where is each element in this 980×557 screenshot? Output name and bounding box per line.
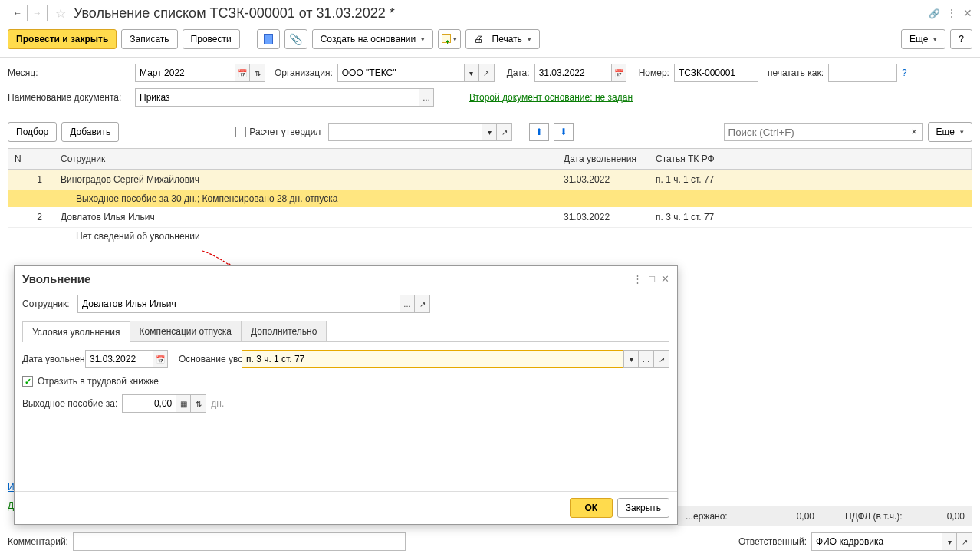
print-as-help-link[interactable]: ?: [902, 68, 907, 78]
add-button[interactable]: Добавить: [61, 122, 119, 142]
reflect-workbook-label: Отразить в трудовой книжке: [38, 376, 159, 387]
search-input[interactable]: [724, 123, 906, 141]
totals-bar: ...ержано: 0,00 НДФЛ (в т.ч.): 0,00: [678, 506, 972, 526]
more-button[interactable]: Еще: [901, 29, 945, 49]
month-label: Месяц:: [8, 68, 130, 78]
table-header: N Сотрудник Дата увольнения Статья ТК РФ: [8, 149, 972, 170]
org-dropdown-icon[interactable]: ▾: [464, 64, 479, 82]
dialog-basis-label: Основание увольнения:: [179, 354, 237, 364]
second-basis-link[interactable]: Второй документ основание: не задан: [469, 92, 633, 103]
sub-toolbar: Подбор Добавить Расчет утвердил ▾ ↗ ⬆ ⬇ …: [0, 119, 980, 148]
approver-open-icon[interactable]: ↗: [497, 123, 512, 141]
move-down-button[interactable]: ⬇: [554, 123, 574, 141]
severance-input[interactable]: [122, 394, 176, 413]
doc-name-picker-icon[interactable]: …: [419, 88, 434, 107]
dialog-date-input[interactable]: [85, 350, 153, 368]
calc-approver-input[interactable]: [328, 123, 482, 141]
severance-unit: дн.: [211, 398, 224, 409]
favorite-star-icon[interactable]: ☆: [55, 6, 66, 21]
severance-calc-icon[interactable]: ▦: [176, 394, 191, 413]
col-article[interactable]: Статья ТК РФ: [649, 149, 972, 169]
move-up-button[interactable]: ⬆: [529, 123, 549, 141]
date-input[interactable]: [534, 64, 611, 82]
month-stepper[interactable]: ⇅: [250, 64, 265, 82]
attachment-icon-button[interactable]: 📎: [284, 29, 307, 49]
month-input[interactable]: [135, 64, 235, 82]
dialog-basis-dropdown-icon[interactable]: ▾: [623, 350, 639, 368]
dialog-close-icon[interactable]: ✕: [661, 273, 669, 285]
dialog-ok-button[interactable]: ОК: [570, 498, 613, 518]
window-titlebar: ← → ☆ Увольнение списком ТСЗК-000001 от …: [0, 0, 980, 26]
dialog-emp-open-icon[interactable]: ↗: [415, 295, 430, 313]
comment-input[interactable]: [73, 532, 406, 551]
detail-error-text: Нет сведений об увольнении: [76, 231, 200, 242]
dialog-emp-label: Сотрудник:: [22, 298, 73, 309]
calc-approved-checkbox[interactable]: [235, 127, 246, 137]
org-input[interactable]: [337, 64, 464, 82]
search-clear-icon[interactable]: ×: [906, 123, 923, 141]
comment-label: Комментарий:: [8, 536, 68, 547]
dialog-date-calendar-icon[interactable]: [153, 350, 168, 368]
nav-forward-button[interactable]: →: [28, 5, 48, 21]
table-more-button[interactable]: Еще: [928, 122, 972, 142]
print-as-input[interactable]: [828, 64, 897, 82]
severance-stepper-icon[interactable]: ⇅: [191, 394, 206, 413]
responsible-dropdown-icon[interactable]: ▾: [942, 532, 957, 551]
col-date[interactable]: Дата увольнения: [557, 149, 649, 169]
dialog-basis-open-icon[interactable]: ↗: [654, 350, 669, 368]
reflect-workbook-checkbox[interactable]: [22, 376, 33, 387]
post-and-close-button[interactable]: Провести и закрыть: [8, 29, 117, 49]
number-input[interactable]: [674, 64, 758, 82]
dialog-emp-input[interactable]: [77, 295, 400, 313]
org-open-icon[interactable]: ↗: [479, 64, 495, 82]
cell-n: 2: [8, 207, 54, 227]
date-calendar-icon[interactable]: [611, 64, 626, 82]
header-form: Месяц: ⇅ Организация: ▾ ↗ Дата: Номер: п…: [0, 58, 980, 119]
dialog-emp-picker-icon[interactable]: …: [400, 295, 415, 313]
link-icon[interactable]: [929, 7, 940, 19]
create-on-basis-button[interactable]: Создать на основании: [312, 29, 434, 49]
copy-plus-button[interactable]: [438, 29, 461, 49]
cell-n: 1: [8, 170, 54, 190]
post-button[interactable]: Провести: [183, 29, 240, 49]
dialog-close-button[interactable]: Закрыть: [617, 498, 669, 518]
kebab-menu-icon[interactable]: ⋮: [946, 7, 957, 19]
detail-text: Выходное пособие за 30 дн.; Компенсирова…: [70, 190, 344, 207]
col-n[interactable]: N: [8, 149, 54, 169]
select-button[interactable]: Подбор: [8, 122, 57, 142]
main-toolbar: Провести и закрыть Записать Провести 📎 С…: [0, 26, 980, 58]
print-as-label: печатать как:: [768, 68, 824, 78]
nav-back-button[interactable]: ←: [8, 5, 28, 21]
dialog-basis-input[interactable]: [242, 350, 623, 368]
responsible-open-icon[interactable]: ↗: [957, 532, 972, 551]
dialog-title: Увольнение: [22, 272, 633, 285]
dialog-maximize-icon[interactable]: □: [649, 273, 655, 285]
doc-name-input[interactable]: [135, 88, 419, 107]
footer-bar: Комментарий: Ответственный: ▾ ↗: [0, 526, 980, 557]
save-button[interactable]: Записать: [121, 29, 177, 49]
responsible-input[interactable]: [811, 532, 942, 551]
approver-dropdown-icon[interactable]: ▾: [482, 123, 497, 141]
dialog-basis-picker-icon[interactable]: …: [639, 350, 654, 368]
table-row-detail[interactable]: Нет сведений об увольнении: [8, 228, 972, 246]
dialog-kebab-icon[interactable]: ⋮: [633, 273, 643, 285]
print-button[interactable]: Печать: [465, 29, 540, 49]
col-employee[interactable]: Сотрудник: [54, 149, 557, 169]
table-row-detail[interactable]: Выходное пособие за 30 дн.; Компенсирова…: [8, 190, 972, 207]
withheld-label: ...ержано:: [686, 511, 728, 522]
number-label: Номер:: [639, 68, 669, 78]
ndfl-label: НДФЛ (в т.ч.):: [845, 511, 903, 522]
month-calendar-icon[interactable]: [235, 64, 250, 82]
table-row[interactable]: 1 Виноградов Сергей Михайлович 31.03.202…: [8, 170, 972, 190]
dialog-footer: ОК Закрыть: [15, 491, 677, 524]
help-button[interactable]: ?: [950, 29, 972, 49]
tab-compensations[interactable]: Компенсации отпуска: [130, 321, 242, 341]
tab-conditions[interactable]: Условия увольнения: [22, 321, 130, 342]
employees-table: N Сотрудник Дата увольнения Статья ТК РФ…: [8, 148, 972, 246]
table-row[interactable]: 2 Довлатов Илья Ильич 31.03.2022 п. 3 ч.…: [8, 207, 972, 228]
document-icon-button[interactable]: [257, 29, 280, 49]
doc-name-label: Наименование документа:: [8, 92, 130, 103]
cell-article: п. 3 ч. 1 ст. 77: [649, 207, 972, 227]
close-window-icon[interactable]: ✕: [963, 7, 972, 19]
tab-additional[interactable]: Дополнительно: [241, 321, 327, 341]
